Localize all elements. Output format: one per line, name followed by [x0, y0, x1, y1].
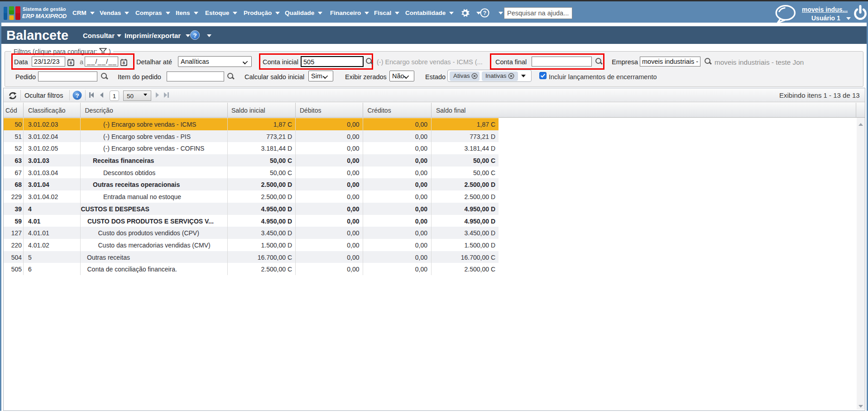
- svg-text:8: 8: [69, 60, 72, 65]
- svg-text:?: ?: [193, 32, 197, 39]
- svg-text:?: ?: [483, 10, 487, 16]
- svg-text:?: ?: [75, 92, 79, 99]
- svg-text:8: 8: [122, 60, 125, 65]
